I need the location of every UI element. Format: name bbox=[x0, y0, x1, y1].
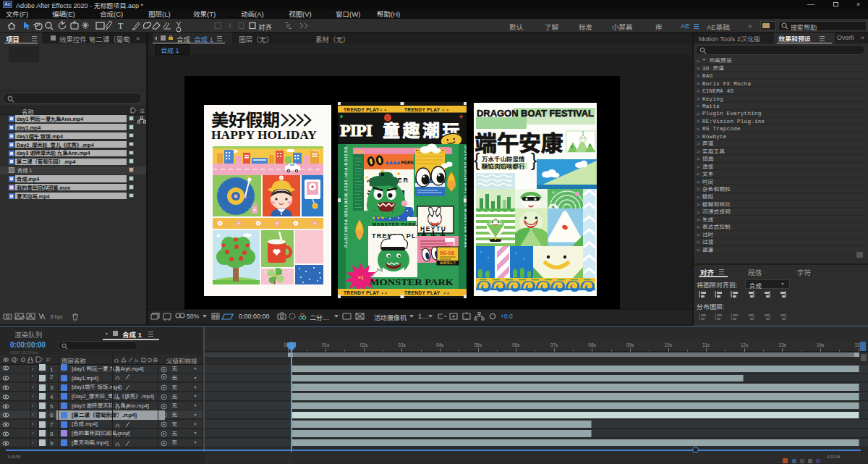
svg-text:注: 注 bbox=[139, 107, 145, 114]
svg-text:T: T bbox=[118, 21, 124, 31]
svg-text:8 bpc: 8 bpc bbox=[51, 314, 64, 320]
svg-text:TRENDY PLAY: TRENDY PLAY bbox=[344, 290, 380, 295]
svg-text:06-06: 06-06 bbox=[440, 250, 455, 256]
svg-text:端午安康: 端午安康 bbox=[475, 125, 563, 158]
svg-text:DRAGON BOAT FESTIVAL: DRAGON BOAT FESTIVAL bbox=[477, 108, 594, 119]
svg-text:DESIGN PIPI 2023 MONSTER PARKJ: DESIGN PIPI 2023 MONSTER PARKJIUYU bbox=[344, 147, 348, 248]
svg-text:HAPPY HOLIDAY: HAPPY HOLIDAY bbox=[211, 127, 317, 142]
svg-text:× ×: × × bbox=[381, 291, 388, 295]
svg-text:TRENDY PLAY: TRENDY PLAY bbox=[404, 107, 441, 112]
svg-text:JIUYU DESIGN PIPI 2023 MONSTER: JIUYU DESIGN PIPI 2023 MONSTER PARK bbox=[464, 145, 467, 248]
svg-text:童趣潮玩节: 童趣潮玩节 bbox=[440, 261, 456, 265]
svg-text:× ×: × × bbox=[380, 108, 387, 112]
svg-text:}: } bbox=[531, 150, 537, 170]
svg-text:TRENDY PLAY: TRENDY PLAY bbox=[404, 290, 441, 295]
svg-text:{: { bbox=[474, 150, 480, 170]
svg-text:糖馅肉馅啥都行: 糖馅肉馅啥都行 bbox=[482, 161, 525, 170]
svg-text:× ×: × × bbox=[443, 291, 450, 295]
svg-text:MONSTER PARK: MONSTER PARK bbox=[370, 277, 454, 287]
svg-text:TRENDY PLAY: TRENDY PLAY bbox=[344, 107, 380, 112]
svg-text:PIPI: PIPI bbox=[340, 116, 373, 141]
svg-text:2022: 2022 bbox=[355, 149, 364, 153]
svg-text:+1: +1 bbox=[358, 275, 364, 280]
svg-text:fx: fx bbox=[135, 358, 139, 363]
svg-text:PARK: PARK bbox=[401, 160, 414, 165]
svg-text:× ×: × × bbox=[442, 108, 449, 112]
